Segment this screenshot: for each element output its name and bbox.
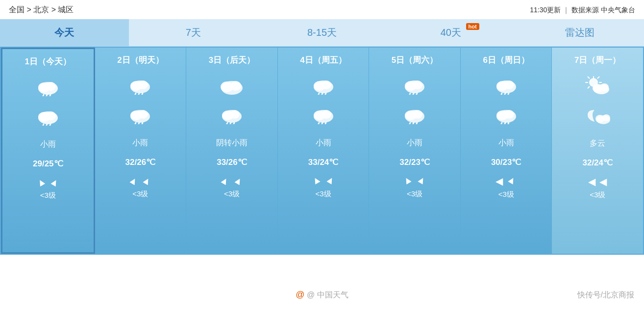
day-col-6: 6日（周日） 小雨 30/23℃ ◀ — [461, 48, 552, 254]
weather-icon-day-7 — [584, 76, 611, 100]
day-label-2: 2日（明天） — [117, 54, 163, 66]
svg-point-59 — [504, 80, 514, 89]
breadcrumb: 全国 > 北京 > 城区 — [9, 5, 74, 15]
svg-point-14 — [138, 80, 148, 89]
svg-point-83 — [602, 114, 610, 121]
svg-line-61 — [504, 93, 505, 95]
weather-icon-night-2 — [127, 105, 153, 129]
svg-line-50 — [416, 93, 417, 95]
tab-40day[interactable]: 40天 hot — [386, 19, 515, 46]
temp-4: 33/24℃ — [308, 157, 339, 167]
day-col-3: 3日（后天） 阴转小雨 33/26℃ ▲ ▲ <3级 — [186, 48, 278, 254]
svg-point-29 — [230, 110, 240, 119]
svg-point-41 — [322, 110, 331, 119]
weather-desc-5: 小雨 — [407, 138, 422, 148]
wind-row-2: ▲ ▲ — [129, 175, 152, 187]
svg-line-10 — [46, 124, 47, 126]
svg-point-20 — [138, 110, 148, 119]
wind-arrow-3b: ▲ — [232, 173, 246, 188]
weather-desc-1: 小雨 — [40, 139, 56, 150]
tab-7day[interactable]: 7天 — [129, 19, 258, 46]
svg-line-68 — [507, 123, 509, 124]
weather-icon-day-3 — [219, 76, 245, 99]
weather-icon-night-5 — [402, 105, 427, 129]
wind-arrow-2b: ▲ — [140, 173, 154, 188]
wind-row-1: ▲ ▲ — [36, 177, 60, 188]
svg-line-67 — [504, 123, 505, 124]
wind-row-6: ◀ ▼ — [495, 175, 517, 187]
update-info: 11:30更新 ｜ 数据来源 中央气象台 — [530, 6, 635, 15]
weather-desc-3: 阴转小雨 — [216, 138, 248, 148]
wind-level-3: <3级 — [224, 189, 240, 199]
wind-arrow-4b: ▼ — [323, 173, 337, 188]
svg-line-3 — [42, 95, 44, 96]
svg-line-38 — [324, 93, 326, 95]
tab-radar[interactable]: 雷达图 — [515, 19, 644, 46]
svg-line-4 — [46, 95, 47, 96]
weather-icon-night-1 — [35, 107, 61, 130]
day-label-5: 5日（周六） — [392, 54, 438, 66]
day-label-6: 6日（周日） — [483, 54, 529, 66]
svg-line-76 — [598, 77, 599, 79]
day-col-4: 4日（周五） 小雨 33/24℃ ▼ — [278, 48, 370, 254]
wind-level-4: <3级 — [315, 189, 331, 199]
tab-bar: 今天 7天 8-15天 40天 hot 雷达图 — [0, 19, 644, 47]
svg-line-56 — [416, 123, 417, 124]
svg-line-66 — [500, 123, 502, 124]
tab-today[interactable]: 今天 — [0, 19, 129, 46]
wind-arrow-6b: ▼ — [505, 174, 519, 188]
weather-icon-night-6 — [494, 105, 519, 129]
svg-line-44 — [324, 123, 326, 124]
weather-desc-6: 小雨 — [498, 138, 514, 148]
svg-line-77 — [588, 87, 590, 88]
wind-arrow-5b: ▼ — [415, 173, 429, 188]
temp-6: 30/23℃ — [491, 157, 521, 167]
temp-2: 32/26℃ — [125, 157, 156, 167]
svg-line-32 — [233, 123, 234, 124]
day-label-1: 1日（今天） — [25, 56, 71, 67]
wind-arrow-1b: ▲ — [48, 175, 62, 189]
weather-icon-day-1 — [35, 77, 61, 101]
svg-line-43 — [321, 123, 322, 124]
svg-point-65 — [504, 110, 514, 119]
svg-line-31 — [229, 123, 231, 124]
wind-arrow-6a: ◀ — [495, 175, 503, 187]
day-label-4: 4日（周五） — [300, 54, 346, 66]
data-source: 数据来源 中央气象台 — [571, 6, 635, 14]
wind-row-5: ▼ ▼ — [403, 175, 426, 187]
svg-line-15 — [134, 93, 136, 95]
wind-arrow-3a: ▲ — [218, 173, 232, 188]
tab-8-15day[interactable]: 8-15天 — [258, 19, 387, 46]
svg-line-37 — [321, 93, 322, 95]
svg-point-2 — [46, 82, 56, 91]
temp-5: 32/23℃ — [399, 157, 430, 167]
top-bar: 全国 > 北京 > 城区 11:30更新 ｜ 数据来源 中央气象台 — [0, 0, 644, 19]
svg-line-74 — [588, 77, 590, 79]
temp-7: 32/24℃ — [582, 158, 613, 168]
wind-arrow-5a: ▼ — [401, 173, 415, 188]
weather-icon-day-2 — [127, 76, 153, 99]
wind-level-1: <3级 — [40, 191, 56, 200]
weather-icon-night-7 — [584, 106, 611, 129]
weather-grid: 1日（今天） 小雨 29/25℃ ▲ — [0, 47, 644, 255]
weather-desc-4: 小雨 — [316, 138, 331, 148]
svg-line-11 — [49, 124, 50, 126]
wind-arrow-2a: ▲ — [126, 173, 141, 188]
wind-arrow-1a: ▲ — [34, 175, 49, 189]
svg-point-26 — [230, 81, 241, 91]
wind-level-7: <3级 — [590, 190, 605, 200]
weather-icon-day-6 — [494, 76, 519, 99]
wind-row-7: ◀ ◀ — [588, 176, 607, 187]
svg-point-80 — [600, 83, 609, 91]
svg-line-36 — [318, 93, 319, 95]
wind-row-3: ▲ ▲ — [220, 175, 244, 187]
svg-point-53 — [413, 110, 422, 119]
svg-line-22 — [138, 123, 139, 124]
wind-arrow-4a: ▼ — [309, 173, 323, 188]
weather-desc-7: 多云 — [590, 138, 605, 149]
svg-line-54 — [409, 123, 410, 124]
weather-icon-day-4 — [311, 76, 336, 99]
temp-1: 29/25℃ — [33, 159, 63, 169]
svg-line-62 — [507, 93, 509, 95]
svg-point-47 — [413, 80, 422, 89]
